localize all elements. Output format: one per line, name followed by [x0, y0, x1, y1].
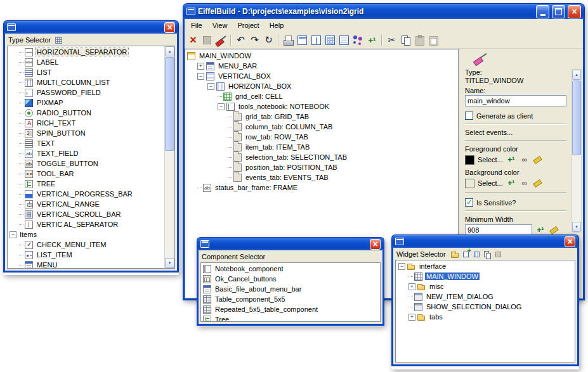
background-color-swatch[interactable] — [465, 179, 474, 188]
tree-item-horizontal-box[interactable]: −HORIZONTAL_BOX — [185, 81, 458, 91]
tree-item-main-window[interactable]: MAIN_WINDOW — [396, 271, 575, 281]
tree-item-list-item[interactable]: LIST_ITEM — [8, 250, 164, 260]
view-split-icon[interactable] — [310, 34, 323, 47]
tree-item-vertical-range[interactable]: VERTICAL_RANGE — [8, 199, 164, 209]
collapse-toggle[interactable]: − — [398, 263, 405, 270]
tree-item-position-tab-position-tab[interactable]: position_tab: POSITION_TAB — [185, 162, 458, 172]
tree-item-menu[interactable]: MENU — [8, 260, 164, 268]
generate-as-client-checkbox[interactable] — [465, 112, 473, 120]
tree-item-grid-cell-cell[interactable]: grid_cell: CELL — [185, 91, 458, 101]
tree-item-spin-button[interactable]: SPIN_BUTTON — [8, 128, 164, 138]
expand-toggle[interactable]: + — [408, 283, 415, 290]
tree-item-basic-file-about-menu-bar[interactable]: Basic_file_about_menu_bar — [201, 284, 380, 294]
view-code-icon[interactable] — [337, 34, 351, 47]
tree-item-rich-text[interactable]: RICH_TEXT — [8, 118, 164, 128]
tree-item-tool-bar[interactable]: TOOL_BAR — [8, 169, 164, 179]
menu-view[interactable]: View — [207, 20, 233, 30]
close-button[interactable] — [568, 5, 581, 18]
undo-icon[interactable] — [234, 34, 247, 47]
tree-item-multi-column-list[interactable]: MULTI_COLUMN_LIST — [8, 77, 164, 87]
tree-item-menu-bar[interactable]: +MENU_BAR — [185, 61, 458, 71]
tree-item-selection-tab-selection-tab[interactable]: selection_tab: SELECTION_TAB — [185, 152, 458, 162]
menu-file[interactable]: File — [186, 20, 207, 30]
tree-item-column-tab-column-tab[interactable]: column_tab: COLUMN_TAB — [185, 122, 458, 132]
refresh-icon[interactable] — [262, 34, 275, 47]
minwidth-add-constant-icon[interactable] — [535, 225, 546, 235]
scroll-down-button[interactable] — [572, 222, 581, 232]
maximize-button[interactable] — [552, 5, 565, 18]
tree-item-tools-notebook-notebook[interactable]: −tools_notebook: NOTEBOOK — [185, 101, 458, 112]
minimize-button[interactable] — [536, 5, 549, 18]
stop-icon[interactable] — [200, 34, 214, 47]
tree-item-table-component-5x5[interactable]: Table_component_5x5 — [201, 294, 380, 304]
tree-item-tree[interactable]: TREE — [8, 179, 164, 189]
tree-item-row-tab-row-tab[interactable]: row_tab: ROW_TAB — [185, 132, 458, 142]
tree-item-tabs[interactable]: +tabs — [396, 312, 575, 322]
print-icon[interactable] — [282, 34, 295, 47]
scrollbar-track[interactable] — [572, 80, 581, 222]
add-one-icon[interactable] — [365, 34, 379, 47]
tree-item-vertical-scroll-bar[interactable]: VERTICAL_SCROLL_BAR — [8, 209, 164, 219]
tree-item-misc[interactable]: +misc — [396, 281, 575, 292]
tree-item-list[interactable]: LIST — [8, 67, 164, 77]
tree-item-label[interactable]: LABEL — [8, 57, 164, 67]
menu-help[interactable]: Help — [265, 20, 289, 30]
tree-item-events-tab-events-tab[interactable]: events_tab: EVENTS_TAB — [185, 172, 458, 183]
tree-item-password-field[interactable]: PASSWORD_FIELD — [8, 87, 164, 98]
folder-icon[interactable] — [451, 250, 459, 259]
paste-icon[interactable] — [413, 34, 426, 47]
copy-icon[interactable] — [399, 34, 412, 47]
foreground-reset-icon[interactable] — [533, 155, 543, 165]
collapse-toggle[interactable]: − — [207, 83, 214, 90]
tree-item-items[interactable]: −Items — [8, 229, 164, 240]
tree-item-toggle-button[interactable]: TOGGLE_BUTTON — [8, 158, 164, 169]
tree-item-ok-cancel-buttons[interactable]: Ok_Cancel_buttons — [201, 274, 380, 284]
tree-item-repeated-5x5-table-component[interactable]: Repeated_5x5_table_component — [201, 304, 380, 314]
tree-item-tree[interactable]: Tree — [201, 314, 380, 321]
collapse-toggle[interactable]: − — [10, 231, 16, 238]
background-add-constant-icon[interactable] — [506, 178, 516, 188]
properties-scrollbar[interactable] — [572, 69, 582, 233]
foreground-color-swatch[interactable] — [465, 155, 474, 165]
scrollbar-thumb[interactable] — [165, 57, 174, 151]
view-window-icon[interactable] — [296, 34, 309, 47]
foreground-add-constant-icon[interactable] — [506, 155, 516, 165]
redo-icon[interactable] — [248, 34, 261, 47]
scroll-up-button[interactable] — [165, 46, 174, 56]
window-icon[interactable] — [473, 250, 481, 259]
minwidth-reset-icon[interactable] — [549, 225, 559, 235]
tree-item-new-item-dialog[interactable]: NEW_ITEM_DIALOG — [396, 292, 575, 302]
clipboard-icon[interactable] — [427, 34, 440, 47]
tree-item-interface[interactable]: −interface — [396, 261, 575, 271]
tree-item-pixmap[interactable]: PIXMAP — [8, 98, 164, 108]
tree-item-notebook-component[interactable]: Notebook_component — [201, 264, 380, 274]
tree-item-text-field[interactable]: TEXT_FIELD — [8, 148, 164, 158]
scrollbar-thumb[interactable] — [572, 80, 581, 155]
titlebar[interactable] — [3, 20, 179, 34]
tree-item-vertical-progress-bar[interactable]: VERTICAL_PROGRESS_BAR — [8, 189, 164, 199]
tree-item-main-window[interactable]: MAIN_WINDOW — [185, 51, 458, 61]
titlebar[interactable]: EiffelBuild - D:\projects\examples\visio… — [183, 3, 585, 19]
background-reset-icon[interactable] — [533, 178, 543, 188]
close-button[interactable] — [565, 236, 575, 247]
is-sensitive-checkbox[interactable] — [465, 198, 473, 207]
scroll-up-button[interactable] — [572, 70, 581, 80]
collapse-toggle[interactable]: − — [197, 73, 204, 80]
foreground-select-button[interactable]: Select... — [478, 156, 503, 164]
close-button[interactable] — [164, 22, 175, 33]
new-window-icon[interactable] — [462, 250, 470, 259]
titlebar[interactable] — [391, 234, 579, 248]
foreground-constant-icon[interactable] — [519, 155, 530, 165]
scroll-down-button[interactable] — [165, 258, 174, 268]
delete-icon[interactable] — [494, 250, 502, 259]
tree-item-item-tab-item-tab[interactable]: item_tab: ITEM_TAB — [185, 142, 458, 152]
tree-item-horizontal-separator[interactable]: HORIZONTAL_SEPARATOR — [8, 47, 164, 57]
tree-item-status-bar-frame-frame[interactable]: status_bar_frame: FRAME — [185, 183, 458, 193]
scrollbar-track[interactable] — [165, 56, 174, 258]
cut-icon[interactable] — [385, 34, 398, 47]
tree-item-text[interactable]: TEXT — [8, 138, 164, 148]
expand-toggle[interactable]: + — [197, 63, 204, 70]
close-button[interactable] — [370, 239, 381, 250]
delete-icon[interactable] — [186, 34, 200, 47]
tree-item-vertic-al-separator[interactable]: VERTIC AL_SEPARATOR — [8, 219, 164, 229]
